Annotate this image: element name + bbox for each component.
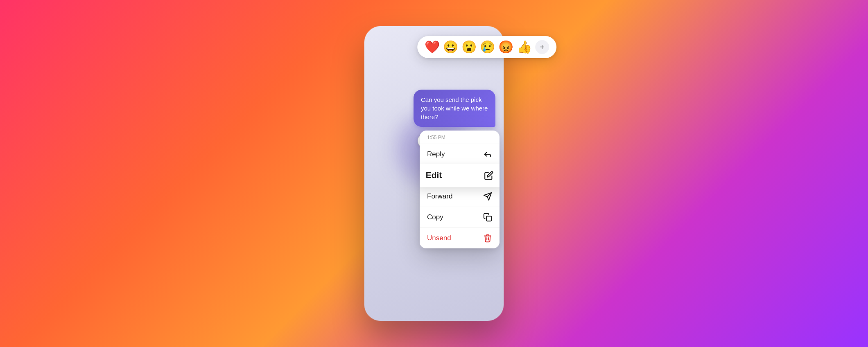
phone-inner: Can you send the pick you took while we …	[364, 26, 504, 321]
emoji-heart[interactable]: ❤️	[425, 41, 440, 53]
emoji-surprised[interactable]: 😮	[461, 41, 477, 53]
edit-icon	[484, 171, 493, 180]
emoji-thumbsup[interactable]: 👍	[517, 41, 532, 53]
svg-rect-2	[486, 216, 491, 221]
unsend-label: Unsend	[427, 234, 451, 242]
phone-frame: Can you send the pick you took while we …	[364, 26, 504, 321]
trash-icon	[483, 234, 492, 243]
copy-icon	[483, 213, 492, 222]
reply-label: Reply	[427, 150, 445, 158]
context-menu-unsend[interactable]: Unsend	[420, 228, 500, 248]
message-bubble: Can you send the pick you took while we …	[414, 90, 495, 127]
emoji-reaction-bar: ❤️ 😀 😮 😢 😡 👍 +	[417, 36, 556, 58]
context-menu-copy[interactable]: Copy	[420, 207, 500, 228]
emoji-grin[interactable]: 😀	[443, 41, 458, 53]
emoji-angry[interactable]: 😡	[498, 41, 513, 53]
forward-icon	[483, 192, 492, 201]
context-menu-timestamp: 1:55 PM	[420, 131, 500, 144]
emoji-add-button[interactable]: +	[535, 40, 549, 54]
copy-label: Copy	[427, 213, 443, 221]
context-menu: 1:55 PM Reply Edit Forward	[420, 131, 500, 248]
context-menu-reply[interactable]: Reply	[420, 144, 500, 165]
emoji-crying[interactable]: 😢	[480, 41, 495, 53]
context-menu-forward[interactable]: Forward	[420, 186, 500, 207]
message-text: Can you send the pick you took while we …	[421, 96, 488, 120]
edit-label: Edit	[426, 171, 442, 180]
forward-label: Forward	[427, 192, 452, 201]
plus-icon: +	[540, 43, 545, 52]
context-menu-edit[interactable]: Edit	[420, 164, 500, 187]
reply-icon	[483, 150, 492, 159]
